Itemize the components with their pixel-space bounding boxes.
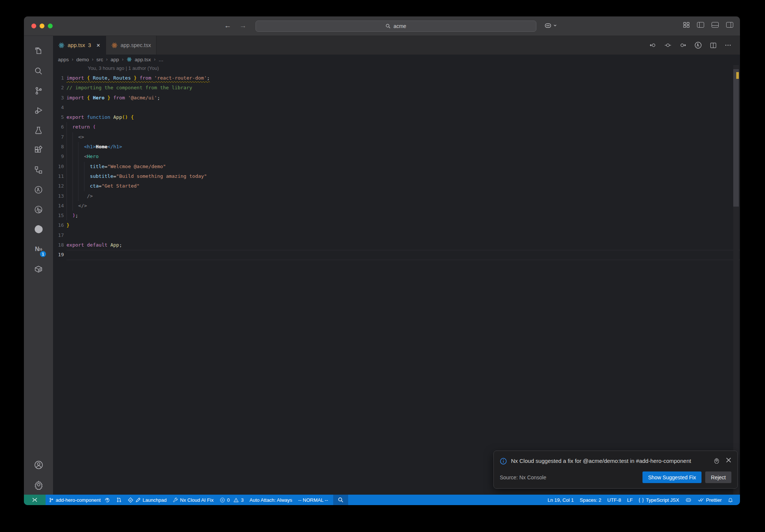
zoom-window-button[interactable] (48, 24, 53, 28)
encoding-item[interactable]: UTF-8 (604, 495, 624, 505)
line-number: 7 (53, 132, 64, 142)
line-number: 13 (53, 191, 64, 201)
sidebar-item-nx-project-graph[interactable] (30, 200, 47, 219)
code-line[interactable]: 15); (53, 211, 740, 220)
search-highlight-item[interactable] (333, 495, 348, 505)
compare-change-icon[interactable] (664, 41, 672, 49)
react-icon (58, 42, 65, 49)
code-line[interactable]: 13 /> (53, 191, 740, 201)
breadcrumb-more[interactable]: … (158, 57, 164, 62)
run-debug-icon (34, 106, 43, 115)
line-number: 15 (53, 211, 64, 220)
previous-change-icon[interactable] (649, 41, 657, 49)
blame-annotation: You, 3 hours ago | 1 author (You) (88, 64, 740, 73)
close-window-button[interactable] (31, 24, 36, 28)
copilot-status-item[interactable] (682, 495, 695, 505)
sidebar-item-references[interactable] (30, 160, 47, 180)
code-line[interactable]: 12cta="Get Started" (53, 181, 740, 191)
toggle-secondary-sidebar-icon[interactable] (726, 22, 733, 28)
sidebar-item-search[interactable] (30, 61, 47, 81)
gear-icon (34, 480, 44, 490)
git-branch-item[interactable]: add-hero-component (46, 495, 113, 505)
sidebar-item-explorer[interactable] (30, 41, 47, 61)
code-line[interactable]: 10title="Welcmoe @acme/demo" (53, 162, 740, 171)
copilot-menu[interactable] (544, 21, 557, 30)
command-center-search[interactable]: acme (255, 21, 536, 32)
sidebar-item-testing[interactable] (30, 120, 47, 140)
code-line[interactable]: 16} (53, 220, 740, 230)
more-actions-icon[interactable] (724, 41, 732, 49)
minimize-window-button[interactable] (40, 24, 44, 28)
tab-app-spec-tsx[interactable]: app.spec.tsx (106, 36, 157, 55)
code-line[interactable]: 6return ( (53, 122, 740, 132)
breadcrumb-item[interactable]: app.tsx (135, 57, 151, 62)
remote-indicator[interactable] (24, 495, 46, 505)
pull-request-item[interactable] (113, 495, 125, 505)
sidebar-item-nx-run-target[interactable] (30, 180, 47, 200)
sidebar-item-source-control[interactable] (30, 81, 47, 100)
close-tab-icon[interactable]: ✕ (96, 43, 100, 48)
prettier-item[interactable]: Prettier (695, 495, 725, 505)
auto-attach-item[interactable]: Auto Attach: Always (247, 495, 295, 505)
code-line[interactable]: 8<h1>Home</h1> (53, 142, 740, 152)
code-line[interactable]: 2// importing the component from the lib… (53, 83, 740, 93)
notifications-bell-item[interactable] (725, 495, 736, 505)
launchpad-check-icon (128, 497, 133, 503)
notification-settings-gear-icon[interactable] (713, 457, 720, 464)
breadcrumb-item[interactable]: apps (58, 57, 69, 62)
customize-layout-icon[interactable] (683, 22, 690, 28)
run-target-icon[interactable] (694, 41, 702, 49)
navigate-back-icon[interactable]: ← (224, 22, 231, 30)
close-notification-icon[interactable] (726, 457, 731, 463)
show-suggested-fix-button[interactable]: Show Suggested Fix (642, 471, 701, 483)
breadcrumb-item[interactable]: app (111, 57, 119, 62)
code-line[interactable]: 9<Hero (53, 152, 740, 161)
launchpad-pencil-icon (135, 497, 141, 503)
breadcrumb-item[interactable]: src (96, 57, 103, 62)
sidebar-item-nx-console[interactable]: N›› 1 (30, 239, 47, 259)
sidebar-item-edge-browser[interactable] (30, 219, 47, 239)
wrench-icon (173, 497, 178, 503)
launchpad-item[interactable]: Launchpad (125, 495, 170, 505)
sidebar-item-container-tools[interactable] (30, 259, 47, 279)
code-line[interactable]: 17 (53, 231, 740, 240)
indentation-item[interactable]: Spaces: 2 (577, 495, 604, 505)
code-line[interactable]: 19 (53, 250, 740, 260)
code-line[interactable]: 1import { Route, Routes } from 'react-ro… (53, 73, 740, 83)
nx-cloud-ai-fix-item[interactable]: Nx Cloud AI Fix (170, 495, 217, 505)
reject-button[interactable]: Reject (705, 471, 731, 483)
code-line[interactable]: 3import { Hero } from '@acme/ui'; (53, 93, 740, 103)
line-number: 14 (53, 201, 64, 211)
line-col-item[interactable]: Ln 19, Col 1 (545, 495, 577, 505)
code-line[interactable]: 5export function App() { (53, 112, 740, 122)
toggle-primary-sidebar-icon[interactable] (697, 22, 704, 28)
breadcrumb-item[interactable]: demo (76, 57, 89, 62)
scrollbar-thumb[interactable] (733, 69, 739, 207)
code-line[interactable]: 7<> (53, 132, 740, 142)
line-number: 5 (53, 112, 64, 122)
code-line[interactable]: 4 (53, 103, 740, 112)
settings-button[interactable] (30, 475, 47, 495)
vim-mode-item[interactable]: -- NORMAL -- (295, 495, 331, 505)
next-change-icon[interactable] (679, 41, 687, 49)
line-number: 12 (53, 181, 64, 191)
navigate-forward-icon[interactable]: → (239, 22, 247, 30)
code-line[interactable]: 14</> (53, 201, 740, 211)
code-line[interactable]: 18export default App; (53, 240, 740, 250)
split-editor-icon[interactable] (710, 42, 717, 49)
problems-item[interactable]: 0 3 (217, 495, 247, 505)
toggle-panel-icon[interactable] (712, 22, 719, 28)
code-lines: 1import { Route, Routes } from 'react-ro… (53, 73, 740, 260)
account-button[interactable] (30, 455, 47, 475)
source-control-icon (34, 86, 43, 96)
edge-icon (34, 224, 44, 234)
activity-bar: N›› 1 (24, 36, 53, 495)
language-mode-item[interactable]: { } TypeScript JSX (636, 495, 682, 505)
tab-bar: app.tsx 3 ✕ app.spec.tsx (53, 36, 740, 55)
eol-item[interactable]: LF (624, 495, 636, 505)
nx-badge: 1 (40, 251, 46, 257)
code-line[interactable]: 11subtitle="Build something amazing toda… (53, 171, 740, 181)
sidebar-item-run-debug[interactable] (30, 100, 47, 120)
tab-app-tsx[interactable]: app.tsx 3 ✕ (53, 36, 106, 55)
sidebar-item-extensions[interactable] (30, 140, 47, 160)
